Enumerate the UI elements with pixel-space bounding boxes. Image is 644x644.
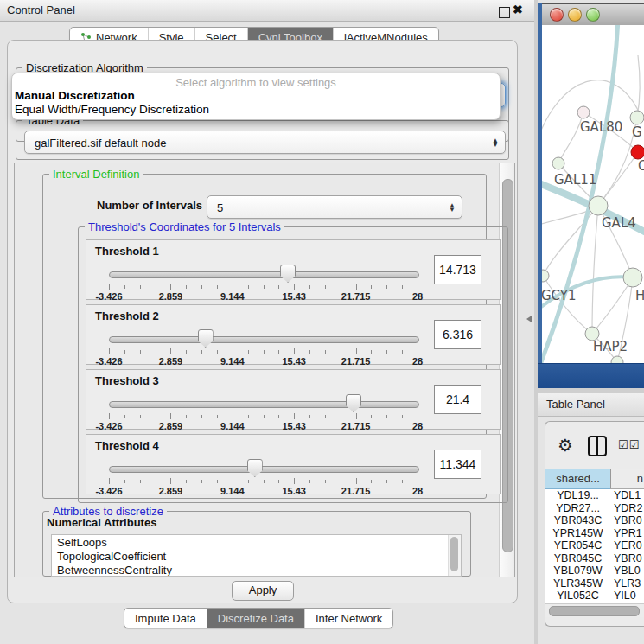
threshold-value-field[interactable]: 21.4 xyxy=(434,385,481,414)
scrollbar-thumb[interactable] xyxy=(450,537,458,571)
table-cell[interactable]: YBR0 xyxy=(610,552,644,565)
tab-discretize-data[interactable]: Discretize Data xyxy=(207,609,304,628)
slider-tick xyxy=(356,284,357,290)
slider-track[interactable] xyxy=(109,401,419,408)
network-node[interactable] xyxy=(552,157,564,169)
table-row[interactable]: YDR27...YDR2 xyxy=(545,502,644,515)
slider-ticks xyxy=(109,478,418,485)
close-traffic-light[interactable] xyxy=(550,8,564,22)
slider-track[interactable] xyxy=(109,466,419,473)
table-cell[interactable]: YPR145W xyxy=(545,527,610,540)
threshold-slider[interactable]: -3.4262.8599.14415.4321.71528 xyxy=(109,392,418,427)
table-cell[interactable]: YDR27... xyxy=(545,502,610,515)
slider-tick xyxy=(233,348,233,354)
list-item[interactable]: SelfLoops xyxy=(52,535,461,549)
network-canvas[interactable]: GAL80 G C GAL11 GAL4 GCY1 H HAP2 xyxy=(542,25,644,364)
slider-tick-label: 2.859 xyxy=(159,356,183,367)
table-cell[interactable]: YLR3 xyxy=(610,577,644,590)
threshold-value-field[interactable]: 6.316 xyxy=(434,320,481,349)
close-window-button[interactable]: ✖ xyxy=(513,3,523,16)
minimize-traffic-light[interactable] xyxy=(568,8,582,22)
slider-tick xyxy=(248,285,249,289)
column-header-name[interactable]: n xyxy=(610,469,644,489)
control-panel-titlebar: Control Panel ✖ xyxy=(0,0,534,22)
table-cell[interactable]: YIL052C xyxy=(545,590,610,603)
table-cell[interactable]: YBL0 xyxy=(610,564,644,577)
tab-infer-network[interactable]: Infer Network xyxy=(304,609,392,628)
table-cell[interactable]: YDL19... xyxy=(545,489,610,502)
table-row[interactable]: YLR345WYLR3 xyxy=(545,577,644,590)
slider-tick xyxy=(371,350,372,354)
table-cell[interactable]: YPR1 xyxy=(610,527,644,540)
network-node[interactable] xyxy=(623,268,642,287)
table-cell[interactable]: YBR0 xyxy=(610,514,644,527)
network-node[interactable] xyxy=(577,106,590,118)
scrollbar-thumb[interactable] xyxy=(549,606,640,616)
list-item[interactable]: BetweennessCentrality xyxy=(52,563,461,577)
table-row[interactable]: YDL19...YDL1 xyxy=(545,489,644,502)
number-of-intervals-combobox[interactable]: 5 ▲▼ xyxy=(207,195,462,219)
slider-tick xyxy=(109,284,110,290)
slider-tick-label: 15.43 xyxy=(282,356,306,367)
horizontal-scrollbar[interactable] xyxy=(545,603,644,617)
table-row[interactable]: YPR145WYPR1 xyxy=(545,527,644,540)
slider-tick-labels: -3.4262.8599.14415.4321.71528 xyxy=(109,421,418,431)
tab-impute-data[interactable]: Impute Data xyxy=(124,609,207,628)
table-data-combobox[interactable]: galFiltered.sif default node ▲▼ xyxy=(24,131,506,154)
table-cell[interactable]: YIL0 xyxy=(610,590,644,603)
slider-thumb[interactable] xyxy=(280,265,296,283)
network-node[interactable] xyxy=(542,270,549,282)
list-scrollbar[interactable] xyxy=(448,535,461,576)
slider-tick-label: 9.144 xyxy=(220,421,245,431)
table-cell[interactable]: YBR045C xyxy=(545,552,610,565)
network-graph[interactable]: GAL80 G C GAL11 GAL4 GCY1 H HAP2 xyxy=(542,25,644,364)
numerical-attributes-list[interactable]: SelfLoops TopologicalCoefficient Between… xyxy=(51,534,462,577)
network-node-selected[interactable] xyxy=(631,145,644,159)
slider-thumb[interactable] xyxy=(198,329,214,348)
table-cell[interactable]: YDL1 xyxy=(610,489,644,502)
float-window-button[interactable] xyxy=(499,7,510,18)
threshold-slider[interactable]: -3.4262.8599.14415.4321.71528 xyxy=(109,457,418,492)
slider-tick-label: 15.43 xyxy=(282,486,306,496)
table-row[interactable]: YBR045CYBR0 xyxy=(545,552,644,565)
slider-tick xyxy=(201,415,202,418)
columns-icon[interactable] xyxy=(587,435,608,457)
slider-tick-label: 21.715 xyxy=(341,486,371,496)
table-cell[interactable]: YBL079W xyxy=(545,564,610,577)
list-item[interactable]: TopologicalCoefficient xyxy=(52,549,461,563)
slider-thumb[interactable] xyxy=(346,394,361,412)
dropdown-option-equal-width[interactable]: Equal Width/Frequency Discretization xyxy=(14,103,498,116)
threshold-slider[interactable]: -3.4262.8599.14415.4321.71528 xyxy=(109,328,418,362)
slider-thumb[interactable] xyxy=(247,459,263,477)
threshold-slider[interactable]: -3.4262.8599.14415.4321.71528 xyxy=(109,263,418,297)
slider-tick xyxy=(386,350,387,354)
gear-icon[interactable]: ⚙ xyxy=(558,435,573,456)
column-header-shared-name[interactable]: shared... xyxy=(545,469,610,489)
slider-track[interactable] xyxy=(109,271,419,278)
threshold-value-field[interactable]: 11.344 xyxy=(434,450,481,479)
table-cell[interactable]: YER054C xyxy=(545,539,610,552)
splitter-collapse-icon[interactable] xyxy=(526,316,532,322)
table-panel-titlebar: Table Panel xyxy=(538,393,644,417)
slider-tick xyxy=(201,480,202,483)
slider-tick xyxy=(124,285,125,289)
network-node[interactable] xyxy=(589,196,608,215)
checkbox-filter-icons[interactable]: ☑☑ xyxy=(618,438,640,451)
table-row[interactable]: YER054CYER0 xyxy=(545,539,644,552)
table-row[interactable]: YBL079WYBL0 xyxy=(545,564,644,577)
network-window-titlebar[interactable] xyxy=(542,3,644,26)
zoom-traffic-light[interactable] xyxy=(586,8,600,22)
dropdown-option-manual[interactable]: Manual Discretization xyxy=(14,89,498,102)
table-cell[interactable]: YDR2 xyxy=(610,502,644,515)
network-node[interactable] xyxy=(630,111,644,124)
table-row[interactable]: YIL052CYIL0 xyxy=(545,590,644,603)
slider-tick-label: 21.715 xyxy=(341,356,371,367)
table-cell[interactable]: YBR043C xyxy=(545,514,610,527)
table-row[interactable]: YBR043CYBR0 xyxy=(545,514,644,527)
threshold-value-field[interactable]: 14.713 xyxy=(434,255,481,284)
slider-track[interactable] xyxy=(109,336,419,343)
table-cell[interactable]: YER0 xyxy=(610,539,644,552)
slider-tick xyxy=(371,285,372,289)
apply-button[interactable]: Apply xyxy=(232,581,294,601)
table-cell[interactable]: YLR345W xyxy=(545,577,610,590)
